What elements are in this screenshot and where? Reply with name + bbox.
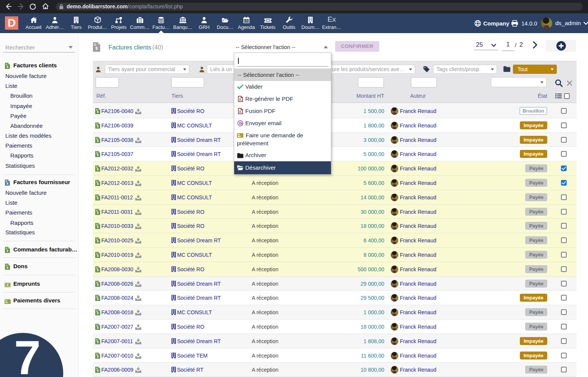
svg-text:$: $ [97,225,99,229]
svg-text:$: $ [97,254,99,258]
svg-text:$: $ [97,355,99,358]
svg-text:$: $ [95,46,97,51]
svg-text:$: $ [6,249,8,253]
svg-text:$: $ [97,311,99,315]
svg-text:$: $ [97,110,99,114]
svg-text:$: $ [97,167,99,171]
svg-text:$: $ [97,182,99,186]
svg-text:$: $ [97,124,99,128]
svg-text:$: $ [97,369,99,372]
svg-text:$: $ [6,182,8,185]
svg-text:$: $ [6,266,8,269]
svg-text:$: $ [97,153,99,157]
svg-text:$: $ [97,139,99,143]
svg-text:$: $ [97,340,99,344]
svg-text:$: $ [97,283,99,286]
svg-text:$: $ [97,297,99,301]
svg-text:$: $ [97,196,99,200]
svg-text:$: $ [97,239,99,243]
svg-text:$: $ [97,211,99,215]
svg-text:$: $ [97,326,99,329]
svg-text:$: $ [97,268,99,272]
svg-text:$: $ [6,65,8,68]
